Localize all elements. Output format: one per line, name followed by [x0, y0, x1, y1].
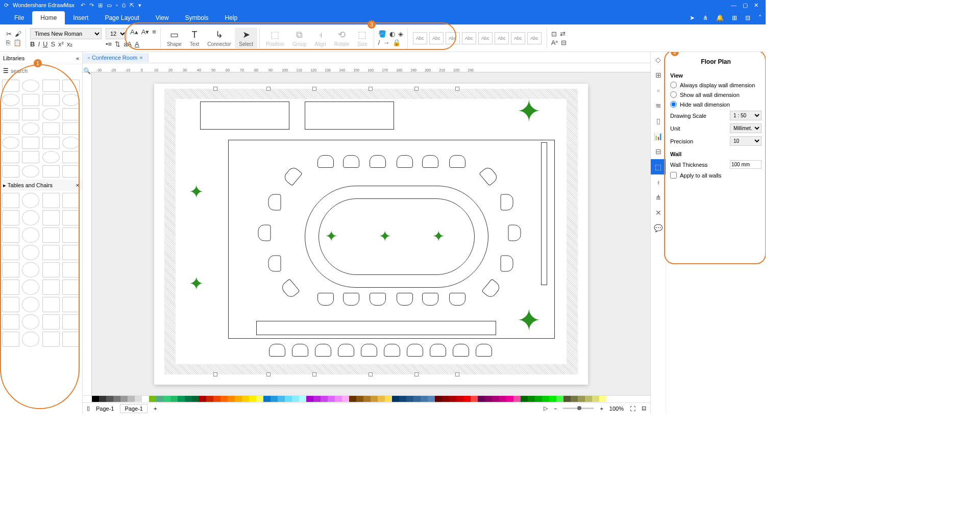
scale-select[interactable]: 1 : 50	[730, 111, 762, 120]
chair[interactable]	[315, 344, 331, 357]
style-preset[interactable]: Abc	[429, 32, 444, 44]
shape-stencil[interactable]	[62, 314, 80, 330]
chair[interactable]	[449, 155, 465, 168]
bullet-list-icon[interactable]: •≡	[106, 40, 112, 48]
shape-tool[interactable]: ▭Shape	[163, 28, 186, 48]
format-painter-icon[interactable]: 🖌	[15, 30, 21, 38]
color-swatch[interactable]	[528, 396, 535, 402]
shape-stencil[interactable]	[22, 165, 39, 178]
color-swatch[interactable]	[306, 396, 313, 402]
chair[interactable]	[292, 344, 308, 357]
color-swatch[interactable]	[128, 396, 135, 402]
color-swatch[interactable]	[349, 396, 356, 402]
color-swatch[interactable]	[571, 396, 578, 402]
color-swatch[interactable]	[213, 396, 220, 402]
shape-stencil[interactable]	[42, 280, 60, 295]
chair[interactable]	[343, 155, 359, 168]
chair[interactable]	[501, 255, 513, 271]
text-case-icon[interactable]: aA	[124, 40, 132, 48]
zoom-level[interactable]: 100%	[609, 406, 624, 412]
shape-stencil[interactable]	[62, 332, 80, 347]
shape-stencil[interactable]	[42, 94, 60, 106]
wall-thickness-input[interactable]	[730, 160, 762, 169]
plant[interactable]	[325, 230, 340, 245]
shape-stencil[interactable]	[62, 210, 80, 225]
shape-stencil[interactable]	[22, 297, 39, 312]
qa-export-icon[interactable]: ⇱	[130, 2, 134, 9]
style-preset[interactable]: Abc	[478, 32, 493, 44]
italic-icon[interactable]: I	[38, 40, 40, 48]
shape-stencil[interactable]	[22, 262, 39, 277]
shape-stencil[interactable]	[62, 80, 80, 92]
style-preset[interactable]: Abc	[446, 32, 460, 44]
color-swatch[interactable]	[313, 396, 321, 402]
more-icon[interactable]: ⊟	[561, 39, 567, 46]
color-swatch[interactable]	[535, 396, 542, 402]
tab-floorplan[interactable]: ⬚	[651, 159, 666, 174]
chair[interactable]	[449, 293, 465, 306]
color-swatch[interactable]	[406, 396, 413, 402]
shape-stencil[interactable]	[22, 314, 39, 330]
color-swatch[interactable]	[106, 396, 113, 402]
collapse-ribbon-icon[interactable]: ˄	[758, 14, 762, 21]
shape-stencil[interactable]	[2, 280, 19, 295]
color-swatch[interactable]	[421, 396, 428, 402]
style-preset[interactable]: Abc	[413, 32, 427, 44]
color-swatch[interactable]	[163, 396, 170, 402]
color-swatch[interactable]	[378, 396, 385, 402]
qa-open-icon[interactable]: ▭	[107, 2, 112, 9]
chair[interactable]	[370, 155, 386, 168]
menu-insert[interactable]: Insert	[65, 11, 96, 24]
color-swatch[interactable]	[206, 396, 213, 402]
shape-stencil[interactable]	[2, 314, 19, 330]
style-preset[interactable]: Abc	[495, 32, 509, 44]
shape-stencil[interactable]	[42, 151, 60, 163]
shadow-icon[interactable]: ◐	[389, 30, 395, 38]
qa-print-icon[interactable]: ⎙	[122, 2, 126, 8]
search-input[interactable]	[11, 68, 81, 74]
strike-icon[interactable]: S	[51, 40, 55, 48]
shape-stencil[interactable]	[2, 332, 19, 347]
cut-icon[interactable]: ✂	[6, 30, 12, 38]
plant[interactable]	[379, 230, 394, 245]
align-tool[interactable]: ⫞Align	[311, 28, 330, 48]
zoom-in-button[interactable]: +	[600, 406, 603, 412]
shape-stencil[interactable]	[2, 165, 19, 178]
connector-tool[interactable]: ↳Connector	[203, 28, 235, 48]
color-swatch[interactable]	[521, 396, 528, 402]
shape-stencil[interactable]	[2, 297, 19, 312]
chair[interactable]	[268, 194, 281, 210]
shape-stencil[interactable]	[2, 137, 19, 149]
share-icon[interactable]: ⋔	[703, 14, 708, 21]
shape-stencil[interactable]	[2, 262, 19, 277]
color-swatch[interactable]	[113, 396, 120, 402]
color-swatch[interactable]	[228, 396, 235, 402]
color-swatch[interactable]	[506, 396, 513, 402]
color-swatch[interactable]	[413, 396, 421, 402]
shape-stencil[interactable]	[22, 228, 39, 243]
shape-stencil[interactable]	[62, 297, 80, 312]
layout-icon[interactable]: ⊞	[732, 14, 737, 21]
shape-stencil[interactable]	[2, 210, 19, 225]
shape-stencil[interactable]	[2, 80, 19, 92]
color-swatch[interactable]	[499, 396, 506, 402]
color-swatch[interactable]	[478, 396, 485, 402]
shape-stencil[interactable]	[2, 122, 19, 135]
minimize-button[interactable]: —	[731, 2, 737, 8]
subscript-icon[interactable]: x₂	[67, 40, 73, 48]
collapse-libraries-icon[interactable]: «	[76, 55, 79, 61]
plant[interactable]	[517, 99, 557, 140]
color-swatch[interactable]	[285, 396, 292, 402]
chair[interactable]	[397, 293, 413, 306]
shape-stencil[interactable]	[62, 94, 80, 106]
chair[interactable]	[384, 344, 400, 357]
shape-stencil[interactable]	[2, 94, 19, 106]
chair[interactable]	[361, 344, 377, 357]
close-category-icon[interactable]: ×	[76, 182, 79, 188]
color-swatch[interactable]	[135, 396, 142, 402]
chair[interactable]	[317, 293, 334, 306]
qa-save-icon[interactable]: ▫	[116, 2, 118, 8]
close-tab-icon[interactable]: ×	[139, 55, 142, 61]
shape-stencil[interactable]	[22, 245, 39, 260]
paste-icon[interactable]: 📋	[13, 39, 21, 46]
